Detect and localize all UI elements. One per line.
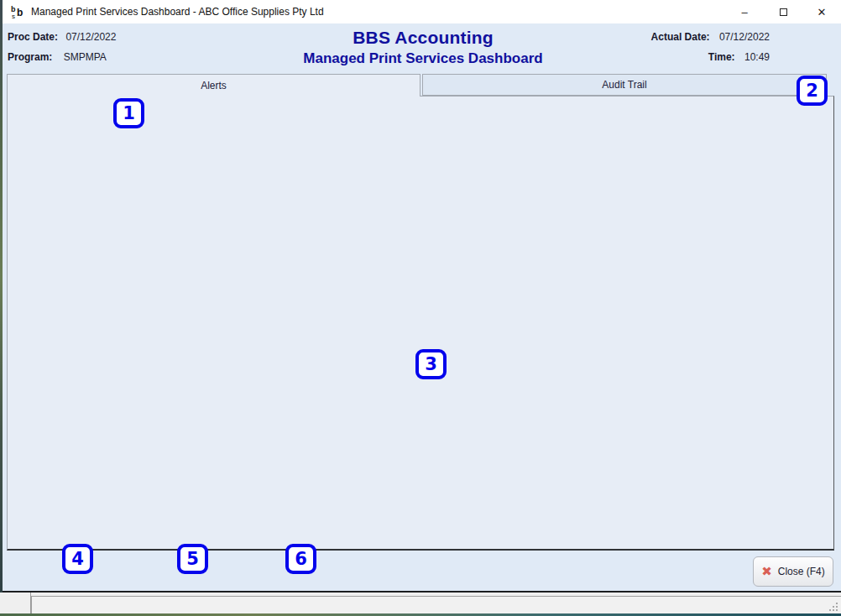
svg-text:s: s [12,13,15,19]
close-window-icon: ✕ [817,6,827,18]
callout-4: 4 [62,544,93,574]
close-button[interactable]: ✖ Close (F4) [753,556,833,587]
status-bar-panel [31,596,841,613]
time-value: 10:49 [744,51,770,63]
status-bar [0,593,841,613]
actual-date-row: Actual Date: 07/12/2022 [539,31,770,43]
close-window-button[interactable]: ✕ [802,0,841,23]
tab-alerts[interactable]: Alerts [7,74,420,97]
actual-date-value: 07/12/2022 [719,31,770,43]
close-button-label: Close (F4) [778,566,825,577]
maximize-icon [780,8,787,16]
alerts-tab-panel [7,96,834,551]
app-logo-icon: b s b [11,5,25,19]
tab-audit-trail-label: Audit Trail [602,79,646,91]
screen: b s b Managed Print Services Dashboard -… [0,0,841,616]
maximize-button[interactable] [764,0,802,23]
callout-3: 3 [415,349,447,379]
time-row: Time: 10:49 [539,51,770,63]
callout-5: 5 [177,544,208,574]
tab-alerts-label: Alerts [201,80,227,91]
callout-1: 1 [113,98,144,128]
tab-audit-trail[interactable]: Audit Trail [422,74,827,96]
minimize-icon: – [741,6,747,18]
actual-date-label: Actual Date: [651,31,710,43]
close-x-icon: ✖ [761,564,772,579]
svg-text:b: b [17,7,23,18]
window-title: Managed Print Services Dashboard - ABC O… [31,6,324,18]
time-label: Time: [708,51,735,63]
title-bar: b s b Managed Print Services Dashboard -… [3,0,841,23]
resize-grip[interactable] [828,601,838,611]
callout-6: 6 [285,544,316,574]
minimize-button[interactable]: – [725,0,764,23]
callout-2: 2 [797,76,828,106]
